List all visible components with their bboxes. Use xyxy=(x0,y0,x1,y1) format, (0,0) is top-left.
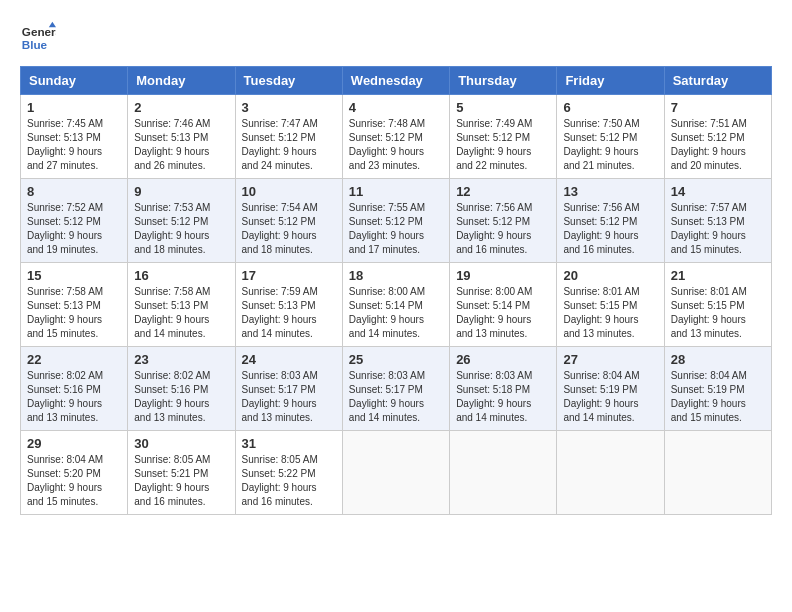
day-info: Sunrise: 8:01 AMSunset: 5:15 PMDaylight:… xyxy=(671,286,747,339)
day-number: 23 xyxy=(134,352,228,367)
calendar-cell: 9Sunrise: 7:53 AMSunset: 5:12 PMDaylight… xyxy=(128,179,235,263)
day-info: Sunrise: 8:04 AMSunset: 5:20 PMDaylight:… xyxy=(27,454,103,507)
calendar-cell: 29Sunrise: 8:04 AMSunset: 5:20 PMDayligh… xyxy=(21,431,128,515)
day-info: Sunrise: 7:58 AMSunset: 5:13 PMDaylight:… xyxy=(134,286,210,339)
day-info: Sunrise: 8:00 AMSunset: 5:14 PMDaylight:… xyxy=(456,286,532,339)
weekday-header-sunday: Sunday xyxy=(21,67,128,95)
day-info: Sunrise: 7:48 AMSunset: 5:12 PMDaylight:… xyxy=(349,118,425,171)
calendar-cell: 1Sunrise: 7:45 AMSunset: 5:13 PMDaylight… xyxy=(21,95,128,179)
day-number: 24 xyxy=(242,352,336,367)
calendar-cell: 24Sunrise: 8:03 AMSunset: 5:17 PMDayligh… xyxy=(235,347,342,431)
day-info: Sunrise: 8:04 AMSunset: 5:19 PMDaylight:… xyxy=(671,370,747,423)
day-info: Sunrise: 8:03 AMSunset: 5:18 PMDaylight:… xyxy=(456,370,532,423)
calendar-cell: 13Sunrise: 7:56 AMSunset: 5:12 PMDayligh… xyxy=(557,179,664,263)
day-number: 31 xyxy=(242,436,336,451)
calendar-cell xyxy=(664,431,771,515)
weekday-header-friday: Friday xyxy=(557,67,664,95)
day-info: Sunrise: 7:49 AMSunset: 5:12 PMDaylight:… xyxy=(456,118,532,171)
calendar-cell: 3Sunrise: 7:47 AMSunset: 5:12 PMDaylight… xyxy=(235,95,342,179)
day-number: 28 xyxy=(671,352,765,367)
calendar-cell: 15Sunrise: 7:58 AMSunset: 5:13 PMDayligh… xyxy=(21,263,128,347)
day-info: Sunrise: 7:52 AMSunset: 5:12 PMDaylight:… xyxy=(27,202,103,255)
day-info: Sunrise: 7:59 AMSunset: 5:13 PMDaylight:… xyxy=(242,286,318,339)
week-row-1: 1Sunrise: 7:45 AMSunset: 5:13 PMDaylight… xyxy=(21,95,772,179)
week-row-4: 22Sunrise: 8:02 AMSunset: 5:16 PMDayligh… xyxy=(21,347,772,431)
day-info: Sunrise: 8:05 AMSunset: 5:22 PMDaylight:… xyxy=(242,454,318,507)
calendar-cell: 20Sunrise: 8:01 AMSunset: 5:15 PMDayligh… xyxy=(557,263,664,347)
day-info: Sunrise: 7:57 AMSunset: 5:13 PMDaylight:… xyxy=(671,202,747,255)
logo-icon: General Blue xyxy=(20,20,56,56)
calendar-cell xyxy=(450,431,557,515)
calendar-cell xyxy=(557,431,664,515)
calendar-table: SundayMondayTuesdayWednesdayThursdayFrid… xyxy=(20,66,772,515)
calendar-cell: 4Sunrise: 7:48 AMSunset: 5:12 PMDaylight… xyxy=(342,95,449,179)
calendar-cell: 12Sunrise: 7:56 AMSunset: 5:12 PMDayligh… xyxy=(450,179,557,263)
day-number: 29 xyxy=(27,436,121,451)
svg-text:Blue: Blue xyxy=(22,38,48,51)
calendar-cell: 14Sunrise: 7:57 AMSunset: 5:13 PMDayligh… xyxy=(664,179,771,263)
day-info: Sunrise: 8:03 AMSunset: 5:17 PMDaylight:… xyxy=(242,370,318,423)
day-number: 19 xyxy=(456,268,550,283)
calendar-cell: 31Sunrise: 8:05 AMSunset: 5:22 PMDayligh… xyxy=(235,431,342,515)
day-info: Sunrise: 8:02 AMSunset: 5:16 PMDaylight:… xyxy=(27,370,103,423)
day-number: 26 xyxy=(456,352,550,367)
day-number: 27 xyxy=(563,352,657,367)
weekday-header-saturday: Saturday xyxy=(664,67,771,95)
calendar-cell: 5Sunrise: 7:49 AMSunset: 5:12 PMDaylight… xyxy=(450,95,557,179)
day-info: Sunrise: 7:45 AMSunset: 5:13 PMDaylight:… xyxy=(27,118,103,171)
day-number: 18 xyxy=(349,268,443,283)
day-number: 22 xyxy=(27,352,121,367)
calendar-cell: 19Sunrise: 8:00 AMSunset: 5:14 PMDayligh… xyxy=(450,263,557,347)
calendar-cell: 10Sunrise: 7:54 AMSunset: 5:12 PMDayligh… xyxy=(235,179,342,263)
calendar-cell xyxy=(342,431,449,515)
day-info: Sunrise: 7:55 AMSunset: 5:12 PMDaylight:… xyxy=(349,202,425,255)
day-info: Sunrise: 7:54 AMSunset: 5:12 PMDaylight:… xyxy=(242,202,318,255)
calendar-cell: 16Sunrise: 7:58 AMSunset: 5:13 PMDayligh… xyxy=(128,263,235,347)
day-number: 30 xyxy=(134,436,228,451)
week-row-5: 29Sunrise: 8:04 AMSunset: 5:20 PMDayligh… xyxy=(21,431,772,515)
day-number: 15 xyxy=(27,268,121,283)
day-info: Sunrise: 8:00 AMSunset: 5:14 PMDaylight:… xyxy=(349,286,425,339)
day-number: 14 xyxy=(671,184,765,199)
day-number: 9 xyxy=(134,184,228,199)
day-info: Sunrise: 8:02 AMSunset: 5:16 PMDaylight:… xyxy=(134,370,210,423)
calendar-cell: 11Sunrise: 7:55 AMSunset: 5:12 PMDayligh… xyxy=(342,179,449,263)
week-row-3: 15Sunrise: 7:58 AMSunset: 5:13 PMDayligh… xyxy=(21,263,772,347)
day-number: 4 xyxy=(349,100,443,115)
day-info: Sunrise: 7:46 AMSunset: 5:13 PMDaylight:… xyxy=(134,118,210,171)
day-info: Sunrise: 8:01 AMSunset: 5:15 PMDaylight:… xyxy=(563,286,639,339)
day-number: 11 xyxy=(349,184,443,199)
day-info: Sunrise: 7:56 AMSunset: 5:12 PMDaylight:… xyxy=(563,202,639,255)
day-number: 6 xyxy=(563,100,657,115)
day-number: 20 xyxy=(563,268,657,283)
calendar-cell: 23Sunrise: 8:02 AMSunset: 5:16 PMDayligh… xyxy=(128,347,235,431)
week-row-2: 8Sunrise: 7:52 AMSunset: 5:12 PMDaylight… xyxy=(21,179,772,263)
day-number: 25 xyxy=(349,352,443,367)
calendar-cell: 18Sunrise: 8:00 AMSunset: 5:14 PMDayligh… xyxy=(342,263,449,347)
day-info: Sunrise: 8:04 AMSunset: 5:19 PMDaylight:… xyxy=(563,370,639,423)
calendar-cell: 27Sunrise: 8:04 AMSunset: 5:19 PMDayligh… xyxy=(557,347,664,431)
calendar-cell: 26Sunrise: 8:03 AMSunset: 5:18 PMDayligh… xyxy=(450,347,557,431)
calendar-cell: 8Sunrise: 7:52 AMSunset: 5:12 PMDaylight… xyxy=(21,179,128,263)
calendar-cell: 25Sunrise: 8:03 AMSunset: 5:17 PMDayligh… xyxy=(342,347,449,431)
calendar-cell: 28Sunrise: 8:04 AMSunset: 5:19 PMDayligh… xyxy=(664,347,771,431)
day-info: Sunrise: 7:58 AMSunset: 5:13 PMDaylight:… xyxy=(27,286,103,339)
calendar-cell: 21Sunrise: 8:01 AMSunset: 5:15 PMDayligh… xyxy=(664,263,771,347)
day-number: 21 xyxy=(671,268,765,283)
calendar-cell: 2Sunrise: 7:46 AMSunset: 5:13 PMDaylight… xyxy=(128,95,235,179)
day-info: Sunrise: 8:05 AMSunset: 5:21 PMDaylight:… xyxy=(134,454,210,507)
calendar-cell: 30Sunrise: 8:05 AMSunset: 5:21 PMDayligh… xyxy=(128,431,235,515)
day-number: 2 xyxy=(134,100,228,115)
day-number: 12 xyxy=(456,184,550,199)
day-number: 1 xyxy=(27,100,121,115)
day-info: Sunrise: 7:53 AMSunset: 5:12 PMDaylight:… xyxy=(134,202,210,255)
calendar-cell: 7Sunrise: 7:51 AMSunset: 5:12 PMDaylight… xyxy=(664,95,771,179)
calendar-cell: 22Sunrise: 8:02 AMSunset: 5:16 PMDayligh… xyxy=(21,347,128,431)
weekday-header-thursday: Thursday xyxy=(450,67,557,95)
day-number: 8 xyxy=(27,184,121,199)
day-info: Sunrise: 7:51 AMSunset: 5:12 PMDaylight:… xyxy=(671,118,747,171)
day-info: Sunrise: 7:56 AMSunset: 5:12 PMDaylight:… xyxy=(456,202,532,255)
weekday-header-monday: Monday xyxy=(128,67,235,95)
page-header: General Blue xyxy=(20,20,772,56)
day-number: 5 xyxy=(456,100,550,115)
